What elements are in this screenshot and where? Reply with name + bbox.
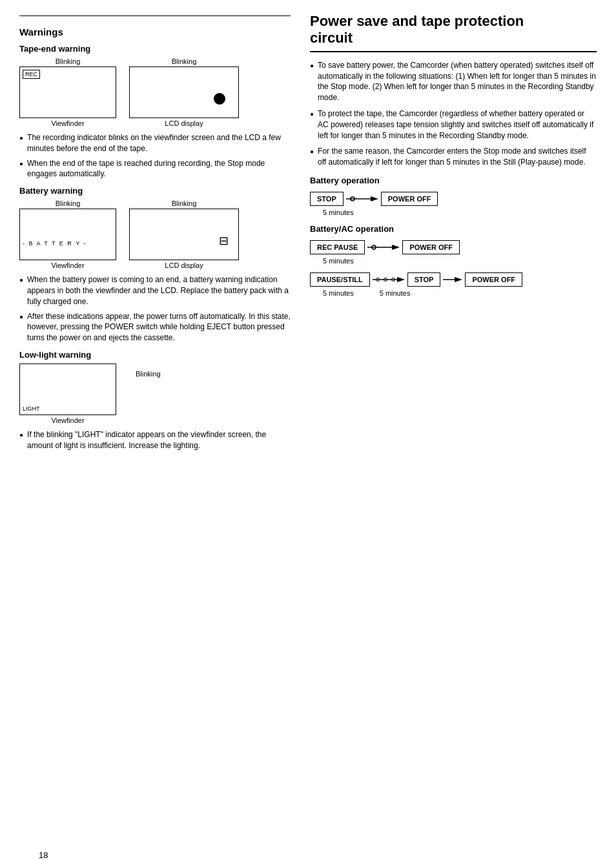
battery-op-minutes: 5 minutes	[323, 209, 597, 216]
low-light-section: Low-light warning LIGHT Viewfinder Blink…	[19, 350, 291, 451]
low-light-bullets: If the blinking "LIGHT" indicator appear…	[19, 429, 291, 451]
tape-end-lcd	[129, 67, 239, 118]
flow-box-power-off-3: POWER OFF	[465, 272, 522, 287]
battery-ac-section: Battery/AC operation REC PAUSE POWER OFF…	[310, 224, 597, 297]
flow-box-rec-pause: REC PAUSE	[310, 240, 365, 254]
battery-screens: - B A T T E R Y - Viewfinder ⊟ LCD displ…	[19, 209, 291, 269]
battery-ac-minutes1: 5 minutes	[323, 257, 597, 265]
flow-box-stop: STOP	[310, 192, 344, 206]
battery-blink-right: Blinking	[129, 200, 239, 207]
battery-ac-flow2: PAUSE/STILL STOP	[310, 272, 597, 287]
tape-end-bullet-2: When the end of the tape is reached duri…	[19, 158, 291, 180]
rec-label: REC	[23, 70, 40, 79]
flow-box-power-off-1: POWER OFF	[381, 192, 438, 206]
battery-ac-minutes2-1: 5 minutes	[323, 289, 354, 297]
power-save-bullets: To save battery power, the Camcorder (wh…	[310, 60, 597, 168]
battery-text: - B A T T E R Y -	[23, 240, 87, 247]
lcd-label-2: LCD display	[129, 261, 239, 269]
battery-operation-section: Battery operation STOP POWER OFF 5 minut…	[310, 176, 597, 216]
battery-ac-title: Battery/AC operation	[310, 224, 597, 234]
flow-arrow-2	[367, 242, 400, 252]
page-number: 18	[39, 850, 48, 860]
tape-end-screens: REC Viewfinder LCD display	[19, 67, 291, 127]
battery-ac-flow1: REC PAUSE POWER OFF	[310, 240, 597, 254]
svg-marker-12	[455, 277, 462, 282]
battery-bullet-1: When the battery power is coming to an e…	[19, 274, 291, 307]
svg-marker-7	[397, 277, 405, 282]
flow-arrow-3	[373, 274, 405, 285]
flow-arrow-4	[443, 274, 462, 285]
flow-box-stop-2: STOP	[407, 272, 441, 287]
battery-warning-section: Battery warning Blinking Blinking - B A …	[19, 186, 291, 343]
tape-end-blinking-row: Blinking Blinking	[19, 57, 291, 65]
tape-end-blink-left: Blinking	[19, 57, 116, 65]
viewfinder-label-1: Viewfinder	[19, 119, 116, 127]
left-column: Warnings Tape-end warning Blinking Blink…	[19, 13, 291, 456]
left-divider	[19, 15, 291, 16]
lcd-label-1: LCD display	[129, 119, 239, 127]
flow-box-power-off-2: POWER OFF	[402, 240, 460, 254]
low-light-blinking: Blinking	[129, 363, 161, 424]
battery-warning-title: Battery warning	[19, 186, 291, 196]
warnings-title: Warnings	[19, 26, 291, 37]
battery-bullets: When the battery power is coming to an e…	[19, 274, 291, 343]
right-column: Power save and tape protection circuit T…	[310, 13, 597, 456]
viewfinder-label-3: Viewfinder	[19, 416, 116, 424]
battery-blinking-row: Blinking Blinking	[19, 200, 291, 207]
low-light-title: Low-light warning	[19, 350, 291, 360]
viewfinder-label-2: Viewfinder	[19, 261, 116, 269]
battery-ac-minutes-row: 5 minutes 5 minutes	[323, 289, 597, 297]
page-title-line1: Power save and tape protection	[310, 13, 597, 30]
flow-box-pause-still: PAUSE/STILL	[310, 272, 370, 287]
svg-marker-1	[371, 196, 378, 201]
battery-viewfinder: - B A T T E R Y -	[19, 209, 116, 260]
power-save-bullet-1: To save battery power, the Camcorder (wh…	[310, 60, 597, 103]
tape-end-title: Tape-end warning	[19, 44, 291, 54]
tape-end-bullet-1: The recording indicator blinks on the vi…	[19, 132, 291, 154]
tape-end-bullets: The recording indicator blinks on the vi…	[19, 132, 291, 179]
battery-blink-left: Blinking	[19, 200, 116, 207]
light-text: LIGHT	[23, 405, 40, 412]
battery-op-title: Battery operation	[310, 176, 597, 185]
power-save-bullet-2: To protect the tape, the Camcorder (rega…	[310, 108, 597, 141]
tape-end-blink-right: Blinking	[129, 57, 239, 65]
battery-op-flow: STOP POWER OFF	[310, 192, 597, 206]
page-title-line2: circuit	[310, 30, 597, 46]
tape-end-viewfinder: REC	[19, 67, 116, 118]
tape-end-section: Tape-end warning Blinking Blinking REC V	[19, 44, 291, 179]
flow-arrow-1	[346, 194, 378, 204]
right-divider	[310, 51, 597, 52]
dot-indicator	[214, 93, 225, 105]
battery-ac-minutes2-2: 5 minutes	[380, 289, 411, 297]
low-light-row: LIGHT Viewfinder Blinking	[19, 363, 291, 424]
power-save-bullet-3: For the same reason, the Camcorder enter…	[310, 146, 597, 168]
battery-icon: ⊟	[219, 234, 229, 248]
low-light-bullet-1: If the blinking "LIGHT" indicator appear…	[19, 429, 291, 451]
battery-bullet-2: After these indications appear, the powe…	[19, 311, 291, 343]
battery-lcd: ⊟	[129, 209, 239, 260]
svg-marker-4	[392, 245, 400, 250]
low-light-viewfinder: LIGHT	[19, 363, 116, 415]
